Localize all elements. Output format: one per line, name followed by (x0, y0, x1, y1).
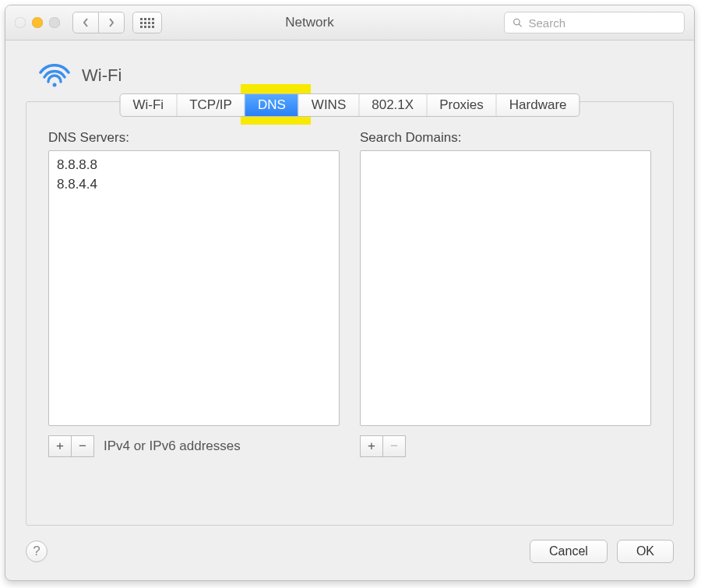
search-icon (513, 17, 523, 28)
search-domains-label: Search Domains: (360, 130, 651, 146)
tab-tcpip[interactable]: TCP/IP (177, 94, 245, 116)
window-title: Network (115, 15, 504, 30)
wifi-icon (38, 64, 71, 87)
tab-wifi[interactable]: Wi-Fi (120, 94, 177, 116)
tab-dns[interactable]: DNS (245, 94, 299, 116)
search-input[interactable] (527, 16, 677, 30)
add-search-domain-button[interactable]: + (360, 435, 383, 457)
dns-servers-list[interactable]: 8.8.8.88.8.4.4 (48, 150, 340, 426)
interface-name: Wi-Fi (82, 65, 122, 86)
list-item[interactable]: 8.8.4.4 (57, 175, 331, 195)
search-field[interactable] (504, 12, 685, 33)
help-button[interactable]: ? (26, 540, 48, 562)
tab-bar: Wi-Fi TCP/IP DNS WINS 802.1X Proxies Har… (119, 93, 579, 117)
cancel-button[interactable]: Cancel (530, 540, 608, 563)
svg-point-2 (53, 83, 57, 87)
remove-search-domain-button[interactable]: − (383, 435, 406, 457)
tab-hardware[interactable]: Hardware (497, 94, 579, 116)
interface-header: Wi-Fi (38, 64, 674, 87)
close-window-button[interactable] (15, 17, 26, 28)
search-domains-list[interactable] (360, 150, 651, 426)
search-domains-col: Search Domains: + − (360, 130, 651, 457)
tab-proxies[interactable]: Proxies (427, 94, 497, 116)
svg-point-0 (514, 19, 520, 25)
chevron-right-icon (107, 17, 115, 28)
network-prefpane-window: Network Wi-Fi Wi-Fi TCP/IP DN (5, 5, 695, 581)
chevron-left-icon (82, 17, 90, 28)
dns-panel: DNS Servers: 8.8.8.88.8.4.4 + − IPv4 or … (26, 101, 674, 526)
titlebar: Network (5, 5, 694, 40)
list-item[interactable]: 8.8.8.8 (57, 156, 331, 175)
dns-servers-label: DNS Servers: (48, 130, 340, 146)
minimize-window-button[interactable] (32, 17, 43, 28)
tab-8021x[interactable]: 802.1X (359, 94, 427, 116)
pane-body: Wi-Fi Wi-Fi TCP/IP DNS WINS 802.1X Proxi… (5, 40, 694, 580)
add-dns-server-button[interactable]: + (48, 435, 72, 457)
window-controls (15, 17, 60, 28)
dns-servers-col: DNS Servers: 8.8.8.88.8.4.4 + − IPv4 or … (48, 130, 340, 457)
ok-button[interactable]: OK (617, 540, 674, 563)
svg-line-1 (519, 24, 521, 26)
footer: ? Cancel OK (26, 540, 674, 563)
dns-hint-text: IPv4 or IPv6 addresses (104, 438, 241, 454)
remove-dns-server-button[interactable]: − (72, 435, 94, 457)
back-button[interactable] (72, 12, 99, 33)
zoom-window-button[interactable] (49, 17, 60, 28)
tab-wins[interactable]: WINS (299, 94, 359, 116)
